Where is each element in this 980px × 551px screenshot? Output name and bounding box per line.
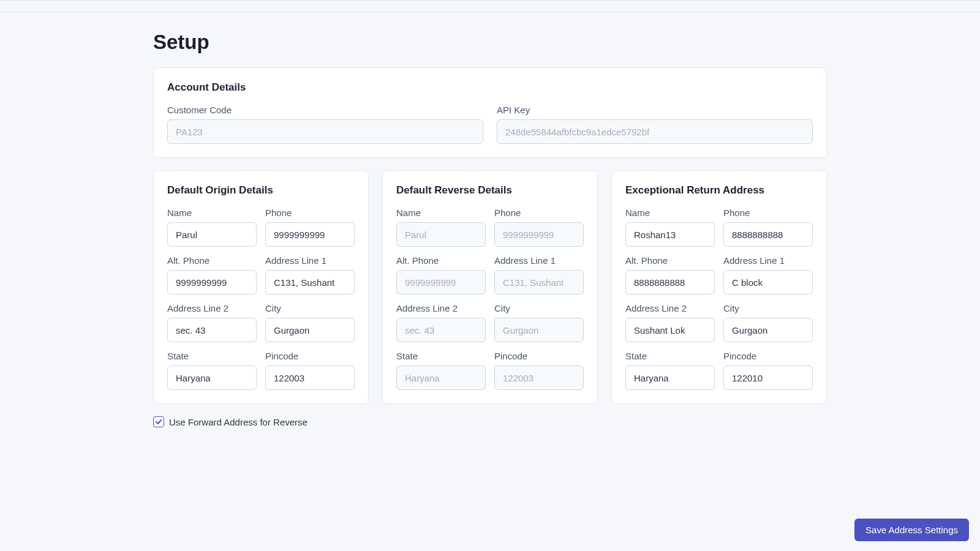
reverse-details-card: Default Reverse Details Name Phone Alt. … [382, 170, 598, 404]
origin-details-title: Default Origin Details [167, 184, 355, 197]
forward-address-checkbox-row: Use Forward Address for Reverse [153, 416, 827, 427]
exceptional-city-input[interactable] [723, 318, 813, 342]
origin-name-input[interactable] [167, 222, 257, 247]
origin-addr2-input[interactable] [167, 318, 257, 342]
exceptional-state-label: State [625, 351, 715, 361]
origin-altphone-label: Alt. Phone [167, 255, 257, 266]
origin-addr2-label: Address Line 2 [167, 303, 257, 313]
origin-pincode-input[interactable] [265, 365, 355, 390]
origin-city-input[interactable] [265, 318, 355, 342]
reverse-addr1-label: Address Line 1 [494, 255, 584, 266]
exceptional-state-input[interactable] [625, 365, 715, 390]
exceptional-pincode-label: Pincode [723, 351, 813, 361]
reverse-city-label: City [494, 303, 584, 313]
api-key-label: API Key [497, 105, 813, 115]
forward-address-checkbox[interactable] [153, 416, 164, 427]
reverse-state-input [396, 365, 486, 390]
exceptional-return-title: Exceptional Return Address [625, 184, 813, 197]
reverse-altphone-label: Alt. Phone [396, 255, 486, 266]
api-key-input [497, 119, 813, 144]
exceptional-altphone-input[interactable] [625, 270, 715, 294]
origin-altphone-input[interactable] [167, 270, 257, 294]
forward-address-checkbox-label[interactable]: Use Forward Address for Reverse [169, 417, 307, 427]
origin-addr1-label: Address Line 1 [265, 255, 355, 266]
account-details-card: Account Details Customer Code API Key [153, 67, 827, 158]
main-container: Setup Account Details Customer Code API … [0, 0, 980, 440]
reverse-addr1-input [494, 270, 584, 294]
origin-addr1-input[interactable] [265, 270, 355, 294]
origin-phone-input[interactable] [265, 222, 355, 247]
check-icon [155, 418, 162, 425]
exceptional-altphone-label: Alt. Phone [625, 255, 715, 266]
exceptional-addr1-label: Address Line 1 [723, 255, 813, 266]
origin-state-label: State [167, 351, 257, 361]
reverse-city-input [494, 318, 584, 342]
exceptional-pincode-input[interactable] [723, 365, 813, 390]
origin-pincode-label: Pincode [265, 351, 355, 361]
reverse-pincode-input [494, 365, 584, 390]
exceptional-phone-input[interactable] [723, 222, 813, 247]
exceptional-return-card: Exceptional Return Address Name Phone Al… [611, 170, 827, 404]
reverse-details-title: Default Reverse Details [396, 184, 584, 197]
exceptional-addr2-input[interactable] [625, 318, 715, 342]
page-title: Setup [153, 31, 827, 54]
reverse-phone-input [494, 222, 584, 247]
reverse-phone-label: Phone [494, 208, 584, 218]
origin-phone-label: Phone [265, 208, 355, 218]
exceptional-city-label: City [723, 303, 813, 313]
account-details-title: Account Details [167, 81, 813, 94]
reverse-altphone-input [396, 270, 486, 294]
customer-code-label: Customer Code [167, 105, 483, 115]
exceptional-phone-label: Phone [723, 208, 813, 218]
exceptional-addr2-label: Address Line 2 [625, 303, 715, 313]
origin-name-label: Name [167, 208, 257, 218]
reverse-pincode-label: Pincode [494, 351, 584, 361]
origin-city-label: City [265, 303, 355, 313]
origin-state-input[interactable] [167, 365, 257, 390]
customer-code-input [167, 119, 483, 144]
reverse-addr2-input [396, 318, 486, 342]
save-address-settings-button[interactable]: Save Address Settings [854, 519, 969, 541]
origin-details-card: Default Origin Details Name Phone Alt. P… [153, 170, 369, 404]
exceptional-addr1-input[interactable] [723, 270, 813, 294]
reverse-name-label: Name [396, 208, 486, 218]
reverse-state-label: State [396, 351, 486, 361]
exceptional-name-input[interactable] [625, 222, 715, 247]
reverse-name-input [396, 222, 486, 247]
exceptional-name-label: Name [625, 208, 715, 218]
reverse-addr2-label: Address Line 2 [396, 303, 486, 313]
